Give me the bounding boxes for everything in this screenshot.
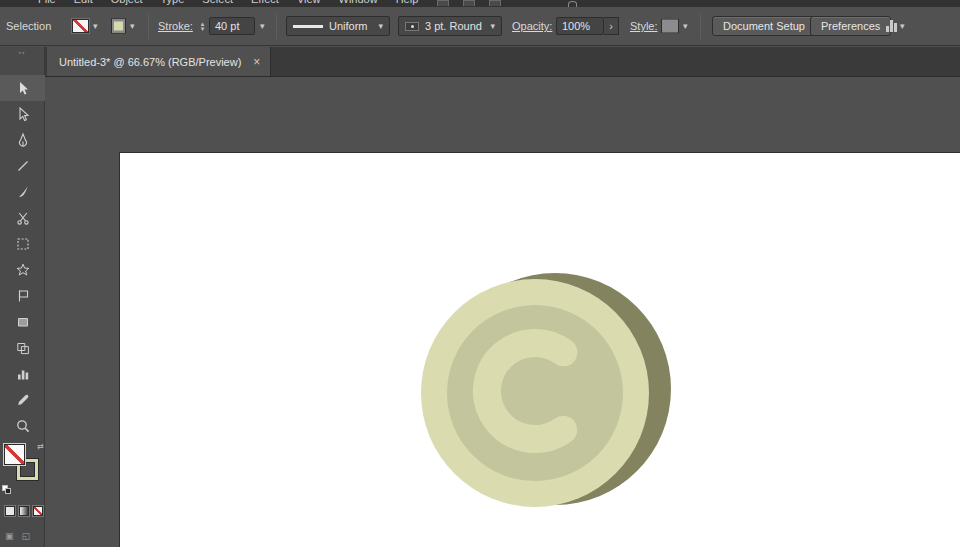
menu-edit[interactable]: Edit	[74, 0, 93, 7]
opacity-panel-label[interactable]: Opacity:	[512, 20, 552, 32]
brush-preview-icon	[405, 22, 419, 31]
style-panel-label[interactable]: Style:	[630, 20, 658, 32]
none-button[interactable]	[33, 506, 43, 516]
scissors-tool[interactable]	[0, 205, 45, 231]
paintbrush-tool[interactable]	[0, 179, 45, 205]
chevron-down-icon[interactable]: ▾	[260, 21, 265, 31]
brush-value: 3 pt. Round	[425, 20, 482, 32]
shape-builder-tool[interactable]	[0, 335, 45, 361]
draw-normal-icon[interactable]: ▣	[5, 531, 14, 541]
menu-bar: File Edit Object Type Select Effect View…	[0, 0, 960, 7]
bar-chart-icon	[15, 366, 31, 382]
rectangle-tool[interactable]	[0, 309, 45, 335]
menu-view[interactable]: View	[297, 0, 321, 7]
menu-items: File Edit Object Type Select Effect View…	[38, 0, 418, 7]
stroke-weight-stepper[interactable]: ▴▾	[198, 21, 207, 31]
opacity-field[interactable]: 100%	[556, 17, 604, 35]
menu-file[interactable]: File	[38, 0, 56, 7]
menu-object[interactable]: Object	[111, 0, 143, 7]
selection-tool[interactable]	[0, 75, 45, 101]
menu-help[interactable]: Help	[396, 0, 419, 7]
document-layout-icon[interactable]	[463, 0, 475, 6]
preferences-button[interactable]: Preferences	[810, 16, 891, 36]
line-icon	[15, 158, 31, 174]
stroke-panel-label[interactable]: Stroke:	[158, 20, 193, 32]
align-options-cluster[interactable]: ▾	[886, 20, 905, 32]
gradient-button[interactable]	[19, 506, 29, 516]
share-icon[interactable]	[489, 0, 501, 6]
swap-fill-stroke-icon[interactable]: ⇄	[37, 442, 44, 451]
menu-select[interactable]: Select	[202, 0, 233, 7]
change-screen-mode-icon[interactable]: ◱	[22, 531, 31, 541]
star-icon	[15, 262, 31, 278]
mesh-tool[interactable]	[0, 283, 45, 309]
color-mode-row	[5, 506, 43, 516]
stroke-profile-icon	[293, 25, 323, 28]
column-graph-tool[interactable]	[0, 361, 45, 387]
control-bar: Selection ▾ ▾ Stroke: ▴▾ 40 pt ▾ Uniform…	[0, 7, 960, 46]
fill-stroke-indicator: ⇄	[4, 444, 42, 490]
menu-window[interactable]: Window	[339, 0, 378, 7]
chevron-down-icon[interactable]: ▾	[683, 21, 688, 31]
menu-type[interactable]: Type	[161, 0, 185, 7]
eyedropper-tool[interactable]	[0, 387, 45, 413]
shaper-tool[interactable]	[0, 257, 45, 283]
align-icon	[886, 20, 897, 32]
pen-tool[interactable]	[0, 127, 45, 153]
color-button[interactable]	[5, 506, 15, 516]
document-area: Untitled-3* @ 66.67% (RGB/Preview) ×	[45, 47, 960, 547]
chevron-down-icon[interactable]: ▾	[93, 21, 98, 31]
chevron-down-icon[interactable]: ▾	[130, 21, 135, 31]
close-icon[interactable]: ×	[253, 55, 260, 69]
eyedropper-icon	[15, 392, 31, 408]
separator	[700, 13, 701, 39]
chevron-down-icon[interactable]: ▾	[490, 21, 495, 31]
stroke-color-swatch[interactable]	[112, 20, 125, 33]
chevron-down-icon[interactable]: ▾	[378, 21, 383, 31]
arrange-documents-icon[interactable]	[437, 0, 449, 6]
width-profile-value: Uniform	[329, 20, 368, 32]
draw-mode-icons: ▣ ◱	[5, 531, 30, 541]
canvas[interactable]	[45, 77, 960, 547]
fill-color-swatch[interactable]	[72, 19, 89, 33]
magnifier-icon	[15, 418, 31, 434]
rectangle-icon	[15, 314, 31, 330]
zoom-tool[interactable]	[0, 413, 45, 439]
scissors-icon	[15, 210, 31, 226]
direct-selection-tool[interactable]	[0, 101, 45, 127]
panel-grip[interactable]: ▪▪	[0, 47, 44, 57]
free-transform-tool[interactable]	[0, 231, 45, 257]
flag-icon	[15, 288, 31, 304]
selection-arrow-icon	[15, 80, 31, 96]
brush-definition-dropdown[interactable]: 3 pt. Round ▾	[398, 16, 502, 36]
dashed-box-icon	[15, 236, 31, 252]
separator	[148, 13, 149, 39]
direct-selection-arrow-icon	[15, 106, 31, 122]
width-profile-dropdown[interactable]: Uniform ▾	[286, 16, 390, 36]
selection-label: Selection	[6, 20, 51, 32]
document-setup-button[interactable]: Document Setup	[712, 16, 816, 36]
document-tab[interactable]: Untitled-3* @ 66.67% (RGB/Preview) ×	[47, 47, 271, 76]
menu-effect[interactable]: Effect	[251, 0, 279, 7]
overlapping-squares-icon	[15, 340, 31, 356]
coin-artwork[interactable]	[120, 153, 960, 547]
opacity-slider-arrow[interactable]: ›	[604, 17, 619, 35]
separator	[276, 13, 277, 39]
stroke-weight-field[interactable]: 40 pt	[209, 17, 255, 35]
line-segment-tool[interactable]	[0, 153, 45, 179]
document-tab-title: Untitled-3* @ 66.67% (RGB/Preview)	[59, 56, 241, 68]
illustrator-window: File Edit Object Type Select Effect View…	[0, 0, 960, 547]
pen-nib-icon	[15, 132, 31, 148]
stepper-down-icon[interactable]: ▾	[201, 26, 205, 31]
document-tab-bar: Untitled-3* @ 66.67% (RGB/Preview) ×	[45, 47, 960, 77]
paintbrush-icon	[15, 184, 31, 200]
default-fill-stroke-icon[interactable]	[2, 485, 11, 494]
fill-proxy-none[interactable]	[4, 444, 25, 465]
graphic-style-swatch[interactable]	[661, 19, 679, 34]
chevron-down-icon[interactable]: ▾	[900, 21, 905, 31]
tools-panel: ▪▪	[0, 47, 45, 547]
artboard[interactable]	[120, 153, 960, 547]
